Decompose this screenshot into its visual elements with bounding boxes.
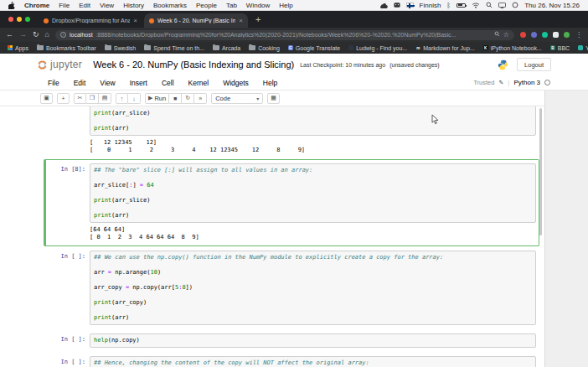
omnibox[interactable]: i localhost :8888/notebooks/Dropbox/Prog… — [55, 30, 514, 40]
code-input[interactable]: ## Hence, changing the content of the co… — [90, 356, 536, 367]
bookmarks-bar: AppsBookmarks ToolbarSwedishSpend Time o… — [0, 42, 588, 54]
menu-help[interactable]: Help — [263, 79, 277, 87]
extension-icon-green[interactable] — [564, 32, 570, 38]
menu-view[interactable]: View — [100, 79, 115, 87]
bookmark-bbc[interactable]: BBBC — [550, 45, 570, 51]
interrupt-icon: ■ — [173, 96, 177, 101]
code-line — [94, 174, 532, 182]
bookmark-markdown-for-jup[interactable]: mMarkdown for Jup... — [415, 45, 474, 51]
bookmark-apps[interactable]: Apps — [8, 45, 28, 51]
kernel-name[interactable]: Python 3 — [513, 79, 540, 86]
extension-icon-red[interactable] — [520, 32, 526, 38]
code-input[interactable]: help(np.copy) — [90, 333, 536, 348]
menubar-item-bookmarks[interactable]: Bookmarks — [153, 2, 187, 9]
bookmark-yle-news[interactable]: YLE News — [578, 45, 588, 51]
menu-file[interactable]: File — [48, 79, 59, 87]
paste-icon: ▤ — [102, 95, 108, 101]
menubar-item-people[interactable]: People — [196, 2, 217, 9]
copy-cells-button[interactable]: ❐ — [86, 93, 99, 104]
input-source-label[interactable]: Finnish — [420, 2, 441, 9]
bookmark-google-translate[interactable]: GGoogle Translate — [288, 45, 340, 51]
bluetooth-icon[interactable]: ᛒ — [446, 2, 451, 9]
menubar-item-help[interactable]: Help — [279, 2, 292, 9]
display-icon[interactable] — [498, 3, 506, 8]
interrupt-kernel-button[interactable]: ■ — [169, 93, 182, 104]
bookmark-swedish[interactable]: Swedish — [105, 45, 136, 51]
reload-button[interactable]: ↻ — [33, 31, 39, 39]
chrome-menu-icon[interactable]: ⋮ — [575, 31, 582, 39]
vertical-scrollbar[interactable] — [539, 108, 542, 235]
menubar-item-edit[interactable]: Edit — [79, 2, 90, 9]
code-line: ## We can use the np.copy() function in … — [94, 254, 532, 261]
grammarly-extension-icon[interactable] — [542, 32, 548, 38]
home-button[interactable]: ⌂ — [45, 31, 49, 39]
code-input[interactable]: print(arr_slice) print(arr) — [90, 106, 536, 136]
code-line: ## Hence, changing the content of the co… — [94, 359, 532, 367]
zoom-search-icon[interactable] — [494, 31, 500, 39]
menubar-item-window[interactable]: Window — [246, 2, 270, 9]
extensions-puzzle-icon[interactable] — [553, 32, 559, 38]
new-tab-button[interactable]: + — [255, 15, 260, 23]
cut-cells-button[interactable]: ✂ — [74, 93, 86, 104]
move-cell-down-button[interactable]: ↓ — [128, 93, 141, 104]
battery-icon[interactable] — [456, 3, 466, 8]
bookmark-star-icon[interactable]: ☆ — [503, 31, 509, 39]
code-line: print(arr) — [94, 212, 532, 220]
menu-insert[interactable]: Insert — [130, 79, 147, 87]
app-status-icon[interactable] — [394, 2, 400, 8]
menubar-clock[interactable]: Thu 26. Nov 15.26 — [524, 2, 580, 9]
menu-cell[interactable]: Cell — [162, 79, 174, 87]
code-input[interactable]: ## The "bare" slice [:] will assign to a… — [90, 163, 536, 223]
zoom-window-button[interactable] — [25, 17, 30, 22]
bookmark-label: Bookmarks Toolbar — [46, 45, 96, 51]
tab-title: Week 6 - 20. NumPy (Basic In — [157, 18, 235, 23]
bookmark-arcada[interactable]: Arcada — [213, 45, 240, 51]
browser-tab-2[interactable]: Week 6 - 20. NumPy (Basic In× — [144, 13, 248, 28]
site-info-icon[interactable]: i — [60, 32, 66, 38]
tab-close-icon[interactable]: × — [239, 18, 243, 23]
apple-icon[interactable] — [8, 2, 15, 9]
sync-icon[interactable] — [512, 2, 518, 8]
menubar-item-file[interactable]: File — [59, 2, 70, 9]
back-button[interactable]: ← — [6, 31, 13, 39]
restart-kernel-button[interactable]: ↻ — [182, 93, 194, 104]
browser-tab-1[interactable]: Dropbox/Programming for Ana× — [39, 13, 142, 28]
bookmark-label: iPython Notebook... — [491, 45, 542, 51]
extension-icon-blue[interactable] — [531, 32, 537, 38]
code-input[interactable]: ## We can use the np.copy() function in … — [90, 251, 536, 325]
bookmark-label: Swedish — [114, 45, 136, 51]
code-line — [94, 117, 532, 125]
notebook-cell-1: print(arr_slice) print(arr)[ 12 12345 12… — [44, 106, 539, 159]
menubar-item-chrome[interactable]: Chrome — [24, 2, 49, 9]
notebook-title[interactable]: Week 6 - 20. NumPy (Basic Indexing and S… — [93, 59, 294, 70]
logout-button[interactable]: Logout — [517, 58, 551, 71]
close-window-button[interactable] — [8, 17, 13, 22]
cell-type-select[interactable]: Code▾ — [211, 93, 263, 104]
spotlight-icon[interactable] — [486, 2, 493, 8]
bookmark-bookmarks-toolbar[interactable]: Bookmarks Toolbar — [37, 45, 96, 51]
jupyter-logo[interactable]: jupyter — [37, 59, 82, 70]
insert-cell-below-button[interactable]: + — [57, 93, 70, 104]
wifi-icon[interactable] — [472, 3, 480, 8]
bookmark-ipython-notebook[interactable]: KiPython Notebook... — [483, 45, 542, 51]
minimize-window-button[interactable] — [17, 17, 22, 22]
bookmark-ludwig-find-you[interactable]: Ludwig - Find you... — [348, 45, 407, 51]
menu-edit[interactable]: Edit — [74, 79, 86, 87]
finnish-flag-icon[interactable] — [406, 3, 414, 8]
run-button[interactable]: ▶Run — [145, 93, 169, 104]
bookmark-cooking[interactable]: Cooking — [249, 45, 280, 51]
restart-run-all-button[interactable]: » — [194, 93, 207, 104]
move-cell-up-button[interactable]: ↑ — [116, 93, 128, 104]
cloud-icon[interactable] — [379, 3, 388, 8]
tab-close-icon[interactable]: × — [133, 18, 137, 23]
forward-button[interactable]: → — [19, 31, 27, 39]
bookmark-spend-time-on-th[interactable]: Spend Time on th... — [144, 45, 204, 51]
menubar-item-tab[interactable]: Tab — [226, 2, 237, 9]
menu-kernel[interactable]: Kernel — [188, 79, 209, 87]
menubar-item-view[interactable]: View — [100, 2, 114, 9]
menu-widgets[interactable]: Widgets — [223, 79, 249, 87]
save-button[interactable]: ▣ — [40, 93, 53, 104]
menubar-item-history[interactable]: History — [123, 2, 144, 9]
command-palette-button[interactable]: ▦ — [267, 93, 280, 104]
paste-cells-button[interactable]: ▤ — [99, 93, 111, 104]
